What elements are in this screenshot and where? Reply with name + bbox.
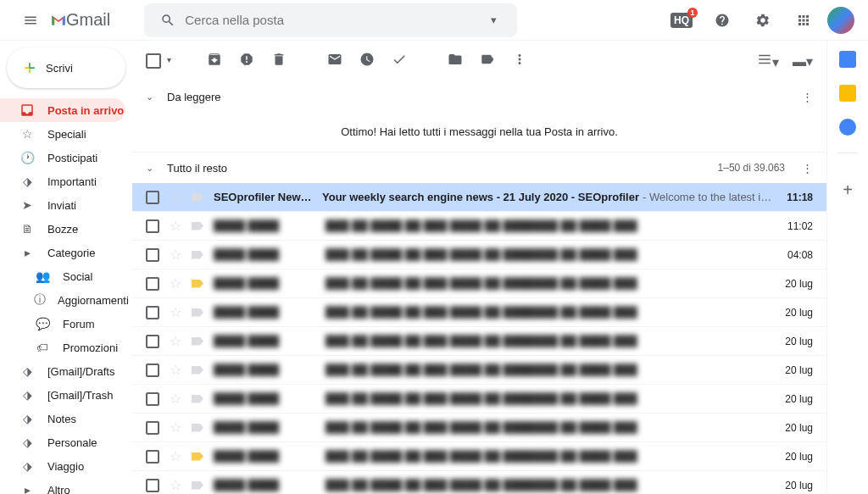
- star-icon[interactable]: ☆: [170, 218, 181, 234]
- email-row[interactable]: ☆████ ███████ ██ ████ ██ ███ ████ ██ ███…: [132, 241, 826, 269]
- spam-icon[interactable]: [239, 52, 254, 70]
- row-checkbox[interactable]: [146, 450, 159, 463]
- email-row[interactable]: ☆████ ███████ ██ ████ ██ ███ ████ ██ ███…: [132, 356, 826, 385]
- star-icon[interactable]: ☆: [170, 391, 181, 407]
- star-icon[interactable]: ☆: [170, 333, 181, 349]
- email-row[interactable]: ☆████ ███████ ██ ████ ██ ███ ████ ██ ███…: [132, 327, 826, 356]
- snooze-icon[interactable]: [359, 52, 375, 70]
- sidebar-item-postainarrivo[interactable]: Posta in arrivo: [0, 98, 125, 122]
- calendar-icon[interactable]: [839, 51, 856, 68]
- important-icon[interactable]: [192, 424, 203, 432]
- row-checkbox[interactable]: [146, 421, 159, 435]
- star-icon[interactable]: ☆: [170, 448, 181, 464]
- important-icon[interactable]: [192, 222, 203, 230]
- tasks-icon[interactable]: [839, 119, 856, 136]
- star-icon[interactable]: ☆: [170, 477, 181, 493]
- compose-button[interactable]: + Scrivi: [7, 47, 125, 88]
- archive-icon[interactable]: [207, 52, 222, 70]
- important-icon[interactable]: [192, 452, 203, 461]
- section-more-icon[interactable]: ⋮: [802, 162, 813, 175]
- sidebar-item-social[interactable]: 👥Social: [0, 264, 125, 288]
- star-icon[interactable]: ☆: [170, 247, 181, 263]
- label-icon: ⬗: [19, 364, 36, 378]
- more-icon[interactable]: [512, 52, 527, 70]
- email-row[interactable]: ☆████ ███████ ██ ████ ██ ███ ████ ██ ███…: [132, 414, 826, 442]
- label-icon[interactable]: [480, 52, 495, 70]
- toolbar: ▾ ▬▾: [132, 41, 826, 81]
- settings-icon[interactable]: [746, 3, 780, 37]
- apps-icon[interactable]: [787, 3, 821, 37]
- star-icon[interactable]: ☆: [170, 304, 181, 320]
- star-icon[interactable]: ☆: [170, 362, 181, 378]
- row-checkbox[interactable]: [146, 392, 159, 406]
- account-avatar[interactable]: [827, 7, 854, 34]
- row-time: 20 lug: [785, 336, 813, 347]
- sidebar-item-altro[interactable]: ▸Altro: [0, 478, 125, 494]
- important-icon[interactable]: [192, 251, 203, 259]
- star-icon[interactable]: ☆: [170, 189, 181, 205]
- main-panel: ▾ ▬▾ ⌄ Da leggere ⋮ Ottimo! Hai letto tu…: [132, 41, 827, 494]
- move-icon[interactable]: [448, 52, 463, 70]
- row-snippet: ███ ██ ████ ██ ███ ████ ██ ███████ ██ ██…: [326, 277, 775, 290]
- important-icon[interactable]: [192, 395, 203, 403]
- row-checkbox[interactable]: [146, 191, 159, 204]
- sidebar-item-bozze[interactable]: 🗎Bozze: [0, 217, 125, 241]
- delete-icon[interactable]: [271, 52, 287, 70]
- sidebar-item-label: Promozioni: [63, 341, 118, 354]
- row-checkbox[interactable]: [146, 335, 159, 348]
- hamburger-menu-icon[interactable]: [14, 3, 47, 37]
- important-icon[interactable]: [192, 337, 203, 346]
- row-checkbox[interactable]: [146, 277, 159, 291]
- chevron-down-icon[interactable]: ⌄: [146, 163, 153, 174]
- section-more-icon[interactable]: ⋮: [802, 91, 813, 103]
- sidebar-item-aggiornamenti[interactable]: ⓘAggiornamenti: [0, 288, 125, 312]
- row-checkbox[interactable]: [146, 364, 159, 377]
- select-all-checkbox[interactable]: [146, 53, 161, 69]
- email-row[interactable]: ☆████ ███████ ██ ████ ██ ███ ████ ██ ███…: [132, 298, 826, 327]
- sidebar-item-forum[interactable]: 💬Forum: [0, 312, 125, 336]
- row-checkbox[interactable]: [146, 306, 159, 319]
- email-row[interactable]: ☆████ ███████ ██ ████ ██ ███ ████ ██ ███…: [132, 269, 826, 298]
- chevron-down-icon[interactable]: ⌄: [146, 92, 153, 103]
- row-checkbox[interactable]: [146, 248, 159, 262]
- sidebar-item-posticipati[interactable]: 🕐Posticipati: [0, 146, 125, 169]
- sidebar-item-gmaildrafts[interactable]: ⬗[Gmail]/Drafts: [0, 359, 125, 383]
- keep-icon[interactable]: [839, 85, 856, 102]
- row-checkbox[interactable]: [146, 479, 159, 492]
- sidebar-item-inviati[interactable]: ➤Inviati: [0, 193, 125, 217]
- star-icon[interactable]: ☆: [170, 275, 181, 291]
- email-row[interactable]: ☆████ ███████ ██ ████ ██ ███ ████ ██ ███…: [132, 442, 826, 471]
- star-icon[interactable]: ☆: [170, 419, 181, 436]
- mark-read-icon[interactable]: [327, 52, 342, 70]
- sidebar-item-importanti[interactable]: ⬗Importanti: [0, 169, 125, 193]
- sidebar-item-gmailtrash[interactable]: ⬗[Gmail]/Trash: [0, 383, 125, 407]
- sidebar-item-promozioni[interactable]: 🏷Promozioni: [0, 336, 125, 359]
- gmail-logo[interactable]: Gmail: [51, 10, 110, 30]
- input-tools-icon[interactable]: ▬▾: [793, 53, 813, 69]
- row-sender: ████ ████: [214, 364, 315, 376]
- search-options-icon[interactable]: ▾: [476, 14, 510, 26]
- search-input[interactable]: [185, 13, 476, 27]
- email-row[interactable]: ☆████ ███████ ██ ████ ██ ███ ████ ██ ███…: [132, 471, 826, 494]
- email-row[interactable]: ☆████ ███████ ██ ████ ██ ███ ████ ██ ███…: [132, 385, 826, 414]
- search-bar[interactable]: ▾: [144, 3, 517, 37]
- row-checkbox[interactable]: [146, 219, 159, 233]
- addons-plus-icon[interactable]: +: [843, 180, 853, 200]
- sidebar-item-viaggio[interactable]: ⬗Viaggio: [0, 454, 125, 478]
- important-icon[interactable]: [192, 481, 203, 490]
- tasks-icon[interactable]: [392, 52, 407, 70]
- important-icon[interactable]: [192, 366, 203, 375]
- email-row[interactable]: ☆SEOprofiler Newslet.Your weekly search …: [132, 183, 826, 212]
- sidebar-item-notes[interactable]: ⬗Notes: [0, 407, 125, 430]
- important-icon[interactable]: [192, 308, 203, 317]
- sidebar-item-personale[interactable]: ⬗Personale: [0, 430, 125, 454]
- email-row[interactable]: ☆████ ███████ ██ ████ ██ ███ ████ ██ ███…: [132, 212, 826, 241]
- density-icon[interactable]: ▾: [757, 52, 779, 70]
- search-icon[interactable]: [151, 13, 185, 28]
- sidebar-item-speciali[interactable]: ☆Speciali: [0, 122, 125, 146]
- hq-icon[interactable]: HQ: [665, 3, 698, 37]
- sidebar-item-categorie[interactable]: ▸Categorie: [0, 241, 125, 264]
- help-icon[interactable]: [705, 3, 739, 37]
- important-icon[interactable]: [192, 193, 203, 202]
- important-icon[interactable]: [192, 280, 203, 288]
